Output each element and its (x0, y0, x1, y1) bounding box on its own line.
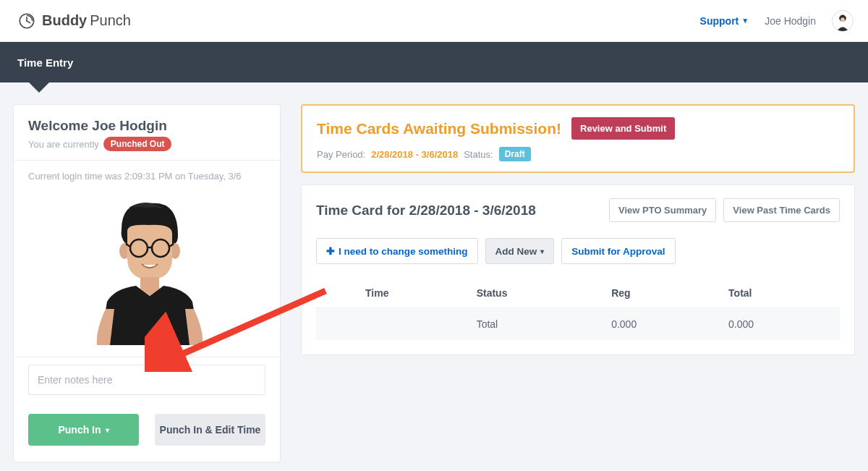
punch-in-button[interactable]: Punch In ▾ (28, 414, 139, 446)
punch-edit-label: Punch In & Edit Time (160, 424, 261, 436)
chevron-down-icon: ▼ (741, 17, 749, 25)
plus-icon: ✚ (326, 245, 335, 257)
topbar-right: Support ▼ Joe Hodgin (700, 10, 854, 32)
support-link[interactable]: Support ▼ (700, 15, 749, 27)
timecard-panel: Time Card for 2/28/2018 - 3/6/2018 View … (301, 184, 855, 355)
chevron-down-icon: ▾ (540, 247, 544, 255)
review-submit-button[interactable]: Review and Submit (571, 117, 675, 140)
welcome-sub: You are currently Punched Out (28, 137, 265, 151)
col-total: Total (723, 279, 840, 308)
alert-card: Time Cards Awaiting Submission! Review a… (301, 104, 855, 173)
change-something-button[interactable]: ✚ I need to change something (316, 238, 478, 264)
timecard-toolbar: ✚ I need to change something Add New ▾ S… (316, 238, 840, 264)
login-time: Current login time was 2:09:31 PM on Tue… (14, 161, 280, 187)
timecard-title: Time Card for 2/28/2018 - 3/6/2018 (316, 203, 536, 218)
content: Welcome Joe Hodgin You are currently Pun… (0, 82, 868, 471)
support-label: Support (700, 15, 739, 27)
timecard-table: Time Status Reg Total Total 0.000 0.000 (316, 279, 840, 340)
change-something-label: I need to change something (339, 246, 468, 257)
avatar-icon (833, 11, 853, 31)
logo: BuddyPunch (17, 12, 131, 30)
table-header-row: Time Status Reg Total (316, 279, 840, 308)
alert-status-badge: Draft (499, 147, 531, 161)
punch-in-edit-button[interactable]: Punch In & Edit Time (155, 414, 265, 446)
svg-line-2 (27, 21, 30, 23)
pay-period-value: 2/28/2018 - 3/6/2018 (371, 149, 458, 160)
topbar: BuddyPunch Support ▼ Joe Hodgin (0, 0, 868, 42)
total-total: 0.000 (723, 308, 840, 341)
clock-icon (17, 12, 36, 30)
punch-button-row: Punch In ▾ Punch In & Edit Time (14, 395, 280, 462)
navbar: Time Entry (0, 42, 868, 82)
punch-card: Welcome Joe Hodgin You are currently Pun… (13, 104, 281, 462)
user-name[interactable]: Joe Hodgin (765, 15, 816, 27)
total-label: Total (471, 308, 606, 341)
col-reg: Reg (611, 287, 630, 299)
punch-in-label: Punch In (58, 424, 101, 436)
nav-time-entry[interactable]: Time Entry (17, 56, 73, 69)
svg-point-5 (841, 17, 845, 22)
col-time: Time (359, 279, 471, 308)
table-total-row: Total 0.000 0.000 (316, 308, 840, 341)
brand-bold: Buddy (42, 12, 87, 28)
brand-light: Punch (90, 12, 131, 28)
currently-prefix: You are currently (28, 139, 99, 150)
pay-period-label: Pay Period: (317, 149, 365, 160)
view-pto-button[interactable]: View PTO Summary (609, 198, 716, 222)
user-photo (14, 187, 280, 357)
view-past-button[interactable]: View Past Time Cards (723, 198, 840, 222)
welcome-title: Welcome Joe Hodgin (28, 118, 265, 134)
notes-input[interactable] (28, 365, 265, 395)
status-badge: Punched Out (103, 137, 172, 151)
avatar[interactable] (832, 10, 854, 32)
col-status: Status (471, 279, 606, 308)
add-new-label: Add New (495, 246, 537, 257)
total-reg: 0.000 (605, 308, 723, 341)
user-photo-svg (78, 193, 216, 345)
alert-status-label: Status: (464, 149, 493, 160)
alert-title: Time Cards Awaiting Submission! (317, 120, 561, 137)
chevron-down-icon: ▾ (106, 426, 109, 434)
submit-approval-button[interactable]: Submit for Approval (561, 238, 675, 264)
add-new-button[interactable]: Add New ▾ (485, 238, 555, 264)
